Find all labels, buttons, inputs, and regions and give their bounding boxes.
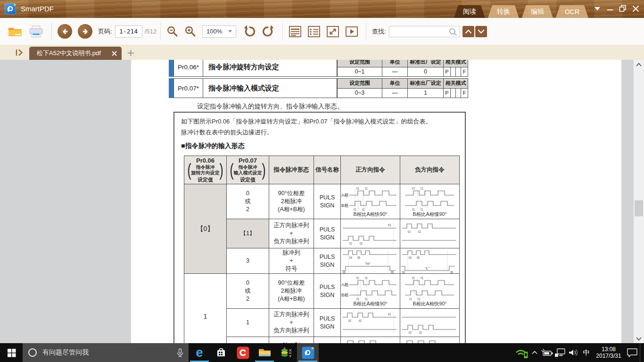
cell-signal: PULS SIGN (314, 248, 341, 274)
svg-text:t1: t1 (421, 276, 423, 280)
show-desktop-button[interactable] (640, 343, 643, 362)
spec-header: 标准出厂设定 (408, 60, 444, 67)
minimize-button[interactable] (605, 4, 615, 13)
scroll-up-button[interactable] (634, 60, 644, 68)
wifi-tool-tray-icon[interactable] (514, 343, 529, 362)
tray-expand-button[interactable] (529, 343, 540, 362)
spec-range: 0~3 (338, 89, 382, 98)
zoom-in-icon (184, 25, 197, 38)
ribbon-tabs: 阅读 转换 编辑 OCR (454, 5, 588, 18)
chevron-down-icon (477, 28, 486, 35)
rotate-right-icon (262, 25, 275, 38)
chevron-up-icon (464, 28, 473, 35)
scrollbar-thumb[interactable] (635, 200, 643, 216)
find-previous-button[interactable] (462, 26, 474, 37)
back-button[interactable] (58, 24, 72, 39)
close-icon (632, 5, 639, 12)
param-description: 设定指令脉冲输入的旋转方向、指令脉冲输入形态。 (197, 102, 344, 111)
battery-tray-icon[interactable] (540, 343, 554, 362)
facing-pages-icon (307, 25, 321, 38)
red-app-taskbar-icon[interactable] (232, 343, 254, 362)
svg-text:t1: t1 (365, 297, 368, 301)
svg-text:X: X (289, 348, 292, 353)
waveform-caption: B相比A相快90° (341, 212, 400, 217)
spec-header: 设定范围 (338, 60, 382, 67)
action-center-icon (626, 347, 638, 358)
zoom-out-button[interactable] (166, 25, 179, 38)
ribbon-tab-convert[interactable]: 转换 (488, 5, 519, 18)
file-explorer-taskbar-icon[interactable] (254, 343, 275, 362)
ime-indicator[interactable]: 中 (580, 343, 593, 362)
print-button[interactable] (28, 25, 44, 38)
toolbar-separator (160, 23, 161, 41)
edge-taskbar-icon[interactable]: e (189, 343, 210, 362)
microphone-icon[interactable] (176, 348, 184, 358)
zoom-in-button[interactable] (184, 25, 197, 38)
document-tab[interactable]: 松下A52中文说明书.pdf (29, 47, 122, 60)
restore-button[interactable] (618, 4, 627, 13)
presentation-button[interactable] (345, 25, 358, 38)
spec-header: 标准出厂设定 (408, 79, 444, 88)
find-next-button[interactable] (475, 26, 487, 37)
plus-icon (127, 49, 134, 57)
rotate-right-button[interactable] (262, 25, 275, 38)
battery-plug-icon (540, 348, 553, 357)
tray-clock[interactable]: 13:08 2017/3/31 (593, 346, 625, 359)
close-button[interactable] (631, 4, 640, 13)
open-file-button[interactable] (8, 25, 23, 38)
cell-shape: 正方向脉冲列 + 负方向脉冲列 (269, 309, 314, 337)
param-block-pr007: Pr0.07* 指令脉冲输入模式设定 设定范围 单位 标准出厂设定 相关模式 0… (169, 78, 468, 98)
smartpdf-logo-icon[interactable] (5, 3, 16, 15)
arrow-left-icon (61, 27, 69, 36)
pulse-input-table: Pr0.06 ( 指令脉冲 旋转方向设定 ) 设定值 (184, 156, 460, 343)
group-cell-0: 【0】 (184, 184, 227, 274)
ribbon-tab-ocr[interactable]: OCR (556, 5, 588, 18)
forward-button[interactable] (78, 24, 92, 39)
tab-close-icon[interactable] (112, 51, 117, 56)
play-presentation-icon (345, 25, 358, 38)
volume-tray-icon[interactable] (567, 343, 580, 362)
page-number-input[interactable] (115, 25, 142, 38)
new-tab-button[interactable] (125, 48, 136, 58)
svg-text:t1: t1 (412, 187, 415, 190)
view-facing-pages-button[interactable] (307, 25, 321, 38)
page-total: /512 (145, 28, 157, 35)
vertical-scrollbar[interactable] (634, 60, 644, 343)
ribbon-tab-edit[interactable]: 编辑 (522, 5, 553, 18)
rotate-left-button[interactable] (243, 25, 256, 38)
cell-pr007: 【1】 (227, 219, 269, 248)
waveform-clipped (341, 337, 400, 344)
svg-text:t6: t6 (450, 271, 453, 273)
ribbon-tab-read[interactable]: 阅读 (454, 5, 485, 18)
svg-text:t5: t5 (417, 256, 420, 259)
svg-text:t6: t6 (402, 271, 405, 273)
action-center-button[interactable] (625, 343, 640, 362)
speaker-icon (568, 348, 580, 357)
cortana-search-box[interactable]: 有问题尽管问我 (23, 343, 189, 362)
window-menu-button[interactable] (593, 4, 602, 13)
system-tray: 中 13:08 2017/3/31 (514, 343, 644, 362)
mode-f: F (461, 89, 468, 98)
start-button[interactable] (0, 343, 23, 362)
xy-tool-taskbar-icon[interactable]: X Y (275, 343, 297, 362)
smartpdf-logo-icon (302, 346, 314, 359)
toolbar-separator (51, 23, 52, 41)
chevron-up-icon (636, 63, 642, 66)
param-block-pr006: Pr0.06* 指令脉冲旋转方向设定 设定范围 单位 标准出厂设定 相关模式 0… (169, 60, 468, 77)
edge-logo-icon: e (196, 346, 203, 359)
scroll-down-button[interactable] (634, 335, 644, 343)
note-line: 如下图所示Pr0.06「指令脉冲旋转方向设定」和Pr0.07「指令脉冲输入模式设… (181, 117, 432, 126)
zoom-level-select[interactable]: 100% (202, 25, 236, 38)
network-tray-icon[interactable] (554, 343, 567, 362)
sidebar-toggle-button[interactable] (15, 49, 25, 57)
cortana-ring-icon (27, 347, 38, 358)
cell-pr007: 0 或 2 (227, 274, 269, 309)
fit-screen-button[interactable] (326, 25, 339, 38)
store-taskbar-icon[interactable] (210, 343, 232, 362)
view-single-page-button[interactable] (289, 25, 302, 38)
cell-signal: PULS SIGN (314, 184, 341, 219)
smartpdf-taskbar-icon[interactable] (297, 343, 319, 362)
waveform-two-phase-neg: t1t1 t1t1 B相比A相快90° (400, 274, 460, 309)
svg-text:t1: t1 (421, 208, 423, 211)
paren-open: ( (188, 162, 191, 179)
